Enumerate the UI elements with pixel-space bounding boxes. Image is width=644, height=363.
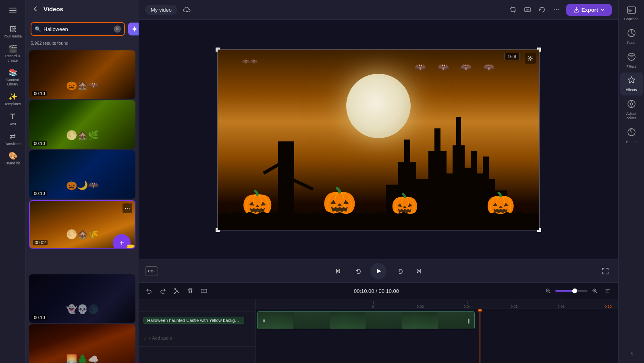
fullscreen-button[interactable] (599, 265, 612, 278)
video-clip-title[interactable]: Halloween haunted Castle with Yellow bac… (143, 317, 244, 324)
moon-decoration (346, 74, 411, 138)
track-thumbnail (330, 312, 366, 329)
skip-to-start-button[interactable] (332, 265, 345, 278)
content-library-icon: 📚 (8, 68, 17, 77)
track-labels: Halloween haunted Castle with Yellow bac… (139, 299, 256, 363)
list-item[interactable]: 00:10 (29, 100, 135, 149)
play-pause-button[interactable] (370, 263, 386, 279)
effects-panel-label: Effects (626, 88, 637, 92)
track-pause-button[interactable]: ⏸ (261, 317, 267, 324)
sidebar-item-templates[interactable]: ✨ Templates (2, 90, 24, 109)
panel-title: Videos (44, 6, 134, 12)
clear-search-button[interactable]: ✕ (114, 25, 121, 33)
ruler-mark-004: 0:04 (464, 301, 471, 309)
skip-to-end-button[interactable] (412, 265, 425, 278)
add-to-timeline-button[interactable] (198, 285, 210, 297)
add-audio-label[interactable]: + Add audio (149, 336, 172, 340)
expand-timeline-button[interactable] (602, 285, 613, 297)
speed-panel-button[interactable]: Speed (620, 124, 643, 147)
preview-canvas: 🦇 🦇 🦇 🦇 🦇🦇 🎃 🎃 🎃 🎃 (217, 49, 540, 230)
drag-handle[interactable]: + (113, 234, 131, 249)
sidebar-item-record[interactable]: 🎬 Record & create (2, 42, 24, 65)
crop-ratio-button[interactable] (521, 3, 534, 16)
svg-rect-0 (9, 8, 17, 8)
fade-panel-label: Fade (627, 41, 636, 45)
effects-panel-button[interactable]: Effects (620, 73, 643, 95)
transitions-icon: ⇄ (10, 132, 16, 141)
rotate-button[interactable] (536, 3, 548, 16)
playhead[interactable] (480, 309, 480, 363)
fast-forward-button[interactable]: 5 (393, 265, 406, 278)
timeline-area: 00:10.00 / 00:10.00 (139, 282, 618, 363)
video-duration: 00:02 (33, 240, 48, 245)
ruler-mark-008: 0:08 (558, 301, 565, 309)
zoom-slider-thumb[interactable] (572, 288, 577, 293)
svg-rect-1 (9, 10, 17, 11)
list-item[interactable]: 00:10 (29, 324, 135, 363)
fade-panel-icon (627, 29, 636, 39)
delete-button[interactable] (185, 285, 196, 297)
export-button[interactable]: Export (566, 4, 612, 16)
hamburger-menu-button[interactable] (6, 3, 20, 18)
ruler-marks: 0 0:02 0:04 (372, 301, 618, 309)
ruler-mark-006: 0:06 (511, 301, 518, 309)
right-sidebar-collapse-button[interactable] (620, 347, 643, 360)
main-area: My video (139, 0, 618, 363)
zoom-in-button[interactable] (590, 286, 600, 296)
back-button[interactable] (31, 4, 40, 14)
undo-button[interactable] (143, 285, 155, 297)
captions-toggle-button[interactable]: CC + (145, 266, 158, 276)
zoom-slider[interactable] (555, 290, 588, 292)
ground-decoration (218, 214, 539, 230)
adjust-colors-panel-button[interactable]: Adjust colors (620, 96, 643, 124)
zoom-slider-fill (555, 290, 575, 292)
svg-text:5: 5 (399, 270, 400, 272)
music-note-icon: ♪ (143, 335, 146, 341)
captions-panel-button[interactable]: Captions (620, 3, 643, 25)
audio-track-area[interactable] (257, 331, 475, 342)
more-tools-button[interactable]: ⋯ (550, 3, 563, 16)
video-duration: 00:10 (32, 91, 47, 96)
ruler-mark-0: 0 (372, 301, 374, 309)
sidebar-item-transitions[interactable]: ⇄ Transitions (2, 130, 24, 149)
captions-panel-label: Captions (624, 17, 639, 21)
list-item[interactable]: 00:02 ⋯ + 👇 (29, 200, 135, 249)
track-thumbnail-row (258, 312, 474, 329)
adjust-colors-panel-label: Adjust colors (622, 112, 641, 120)
search-input[interactable] (44, 26, 111, 32)
zoom-controls (543, 286, 600, 296)
sidebar-item-label-record: Record & create (3, 54, 23, 63)
redo-button[interactable] (157, 285, 168, 297)
video-duration: 00:10 (32, 141, 47, 146)
video-name-tag[interactable]: My video (145, 5, 177, 15)
track-end-handle[interactable]: ▐ (465, 317, 471, 324)
top-bar: My video (139, 0, 618, 20)
timeline-right-panel: 0 0:02 0:04 (256, 299, 618, 363)
crop-tool-button[interactable] (507, 3, 519, 16)
preview-settings-button[interactable] (525, 53, 536, 64)
timeline-body: Halloween haunted Castle with Yellow bac… (139, 299, 618, 363)
sidebar-item-text[interactable]: T Text (2, 110, 24, 129)
cut-button[interactable] (171, 285, 182, 297)
zoom-out-button[interactable] (543, 286, 553, 296)
sidebar-item-label-templates: Templates (4, 102, 21, 106)
cloud-sync-button[interactable] (181, 3, 193, 16)
sidebar-item-content-library[interactable]: 📚 Content Library (2, 66, 24, 89)
effects-panel-icon (627, 76, 636, 87)
list-item[interactable]: 00:10 (29, 150, 135, 199)
list-item[interactable]: 00:10 (29, 274, 135, 323)
filters-panel-button[interactable]: Filters (620, 49, 643, 72)
aspect-ratio-badge[interactable]: 16:9 (504, 53, 520, 60)
more-options-button[interactable]: ⋯ (123, 203, 132, 213)
text-icon: T (10, 112, 15, 121)
search-box: 🔍 ✕ (31, 22, 125, 36)
rewind-button[interactable]: 5 (351, 265, 364, 278)
track-thumbnail (294, 312, 330, 329)
sidebar-item-brand-kit[interactable]: 🎨 Brand kit (2, 149, 24, 168)
results-count: 5,962 results found (26, 39, 139, 49)
preview-area: 🦇 🦇 🦇 🦇 🦇🦇 🎃 🎃 🎃 🎃 (139, 20, 618, 259)
sidebar-item-your-media[interactable]: 🖼 Your media (2, 23, 24, 41)
video-track-strip[interactable]: ⏸ ▐ (257, 311, 475, 329)
list-item[interactable]: 00:10 (29, 50, 135, 99)
fade-panel-button[interactable]: Fade (620, 25, 643, 48)
